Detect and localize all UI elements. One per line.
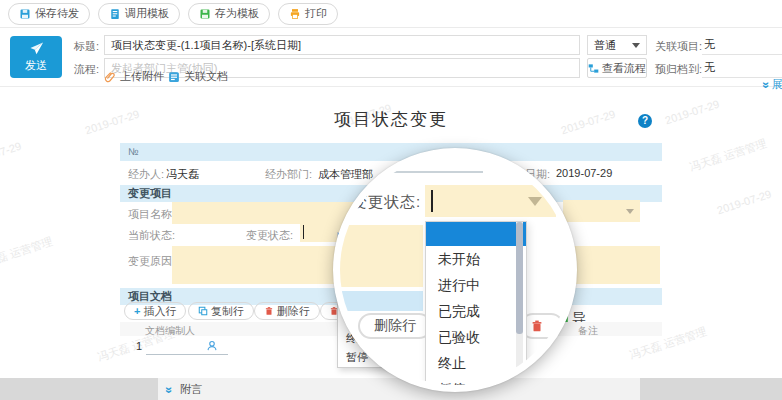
project-risk-select[interactable] (563, 200, 640, 222)
caret-down-icon (528, 197, 542, 206)
magnified-delete-row-label: 删除行 (374, 317, 416, 335)
top-toolbar: 保存待发 调用模板 存为模板 打印 (0, 0, 782, 28)
handler-label: 经办人: (128, 167, 164, 182)
view-flow-label: 查看流程 (602, 61, 646, 76)
caret-down-icon (626, 209, 634, 214)
save-as-template-button[interactable]: 存为模板 (188, 3, 270, 25)
flow-label: 流程: (74, 62, 99, 77)
magnified-selected-blank (426, 222, 526, 246)
date-value: 2019-07-29 (556, 167, 612, 179)
save-template-icon (199, 8, 211, 20)
double-chevron-down-icon: » (162, 387, 176, 394)
send-label: 发送 (25, 58, 47, 73)
postscript-label: 附言 (180, 382, 202, 397)
magnified-dropdown-option: 未开始 (426, 246, 526, 272)
change-status-label: 变更状态: (246, 228, 293, 243)
delete-row-button[interactable]: 删除行 (254, 302, 320, 320)
copy-row-button[interactable]: 复制行 (188, 302, 254, 320)
upload-attachment-label: 上传附件 (120, 69, 164, 84)
save-icon (19, 8, 31, 20)
insert-row-label: 插入行 (143, 304, 176, 319)
link-document-label: 关联文档 (184, 69, 228, 84)
magnified-text-cursor (431, 190, 433, 212)
flow-chart-icon (588, 63, 599, 74)
magnified-dropdown-option: 已验收 (426, 324, 526, 350)
magnified-change-status-label: 变更状态: (352, 193, 421, 212)
bottom-right-gutter (640, 378, 782, 400)
serial-label: № (128, 143, 139, 161)
serial-row: № (120, 143, 662, 161)
magnified-reason-block (333, 225, 423, 287)
request-header: 发送 标题: 项目状态变更-(1.1项目名称)-[系统日期] 普通 关联项目: … (0, 28, 782, 87)
user-picker-icon[interactable] (206, 340, 218, 352)
help-icon[interactable]: ? (638, 114, 652, 128)
change-reason-label: 变更原因: (128, 254, 175, 269)
section-change-label: 变更项目 (128, 185, 172, 202)
save-pending-button[interactable]: 保存待发 (8, 3, 90, 25)
project-name-label: 项目名称: (128, 207, 175, 222)
print-button[interactable]: 打印 (278, 3, 338, 25)
linked-doc-icon (168, 71, 180, 83)
link-document-link[interactable]: 关联文档 (168, 69, 228, 84)
paperclip-icon (104, 71, 116, 83)
title-value: 项目状态变更-(1.1项目名称)-[系统日期] (111, 39, 301, 51)
bottom-left-gutter (0, 378, 158, 400)
title-input[interactable]: 项目状态变更-(1.1项目名称)-[系统日期] (104, 35, 580, 55)
priority-value: 普通 (594, 36, 616, 54)
handler-value: 冯天磊 (166, 167, 199, 182)
postscript-bar[interactable]: » 附言 (158, 378, 640, 400)
expand-toggle[interactable]: » 展 (763, 77, 782, 92)
insert-row-button[interactable]: + 插入行 (124, 302, 186, 320)
trash-icon (264, 306, 274, 316)
load-template-label: 调用模板 (125, 6, 169, 21)
related-project-field[interactable]: 无 (702, 35, 782, 55)
related-project-label: 关联项目: (655, 39, 702, 54)
printer-icon (289, 8, 301, 20)
magnified-delete-row-button: 删除行 (358, 313, 432, 339)
related-project-value: 无 (704, 38, 715, 50)
oa-form-screen: 2019-07-29冯天磊 运营管理2019-07-292019-07-2920… (0, 0, 782, 400)
prearchive-label: 预归档到: (655, 62, 702, 77)
priority-select[interactable]: 普通 (587, 35, 647, 55)
copy-row-label: 复制行 (211, 304, 244, 319)
copy-icon (198, 306, 208, 316)
load-template-button[interactable]: 调用模板 (98, 3, 180, 25)
magnifier-lens: 变更状态: 删除行 未开始进行中已完成已验收终止暂停 (333, 148, 577, 392)
dept-value: 成本管理部 (318, 167, 373, 182)
print-label: 打印 (305, 6, 327, 21)
paper-plane-icon (28, 41, 45, 56)
magnified-scrollbar-thumb (516, 222, 523, 334)
prearchive-value: 无 (704, 61, 715, 73)
caret-down-icon (632, 43, 640, 48)
magnified-dropdown-option: 已完成 (426, 298, 526, 324)
magnified-dropdown-option: 终止 (426, 350, 526, 376)
delete-row-label: 删除行 (277, 304, 310, 319)
upload-attachment-link[interactable]: 上传附件 (104, 69, 164, 84)
trash-icon (530, 319, 544, 333)
magnified-change-status-input (425, 185, 556, 217)
plus-icon: + (134, 305, 140, 317)
text-cursor (303, 225, 304, 239)
dept-label: 经办部门: (265, 167, 312, 182)
magnified-underline (368, 171, 483, 173)
magnified-dropdown-option: 进行中 (426, 272, 526, 298)
current-status-label: 当前状态: (128, 228, 175, 243)
view-flow-button[interactable]: 查看流程 (587, 58, 647, 78)
prearchive-field[interactable]: 无 (702, 58, 782, 78)
form-title: 项目状态变更 (120, 108, 662, 131)
template-doc-icon (109, 8, 121, 20)
magnified-dropdown: 未开始进行中已完成已验收终止暂停 (425, 221, 527, 392)
magnified-section-strip (333, 291, 423, 311)
row-number: 1 (136, 340, 142, 352)
title-label: 标题: (74, 39, 99, 54)
save-pending-label: 保存待发 (35, 6, 79, 21)
send-button[interactable]: 发送 (10, 36, 62, 78)
double-chevron-down-icon: » (759, 81, 773, 88)
save-as-template-label: 存为模板 (215, 6, 259, 21)
